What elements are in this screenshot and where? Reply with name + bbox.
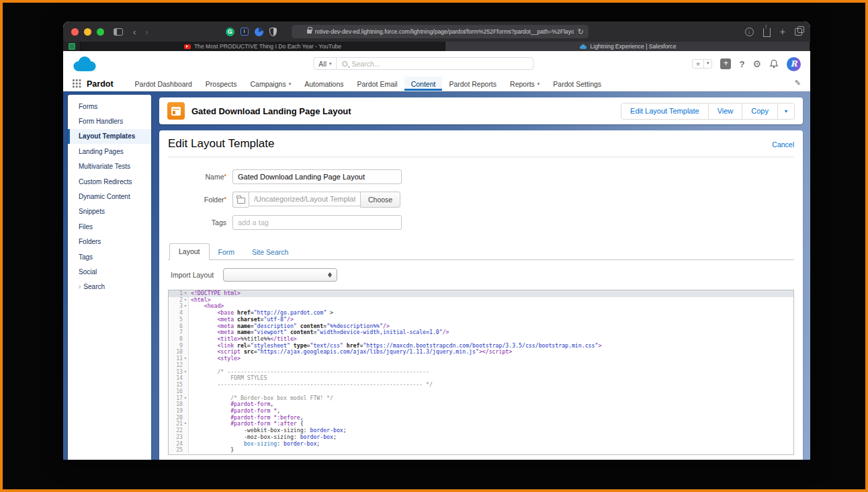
- chevron-down-icon[interactable]: ▾: [703, 60, 712, 68]
- folder-input[interactable]: [249, 192, 360, 206]
- fold-caret-icon[interactable]: ▾: [183, 303, 188, 310]
- sidebar-item-forms[interactable]: Forms: [68, 99, 151, 114]
- nav-item-campaigns[interactable]: Campaigns▾: [244, 77, 298, 91]
- record-actions-dropdown-button[interactable]: ▾: [777, 103, 795, 120]
- sidebar-item-layout-templates[interactable]: Layout Templates: [68, 129, 151, 144]
- code-line[interactable]: 21▾ #pardot-form *:after {: [169, 421, 793, 427]
- code-line[interactable]: 10 <script src="https://ajax.googleapis.…: [169, 349, 793, 356]
- grammarly-extension-icon[interactable]: G: [226, 28, 234, 36]
- code-line[interactable]: 24 box-sizing: border-box;: [169, 441, 793, 448]
- nav-item-content[interactable]: Content: [404, 77, 443, 91]
- star-icon[interactable]: ★: [693, 60, 703, 68]
- url-bar[interactable]: rotive-dev-dev-ed.lightning.force.com/li…: [292, 25, 589, 38]
- tab-site-search[interactable]: Site Search: [243, 245, 297, 260]
- refresh-icon[interactable]: ↻: [578, 28, 584, 36]
- code-line[interactable]: 11▾ <style>: [169, 356, 793, 362]
- pencil-icon[interactable]: ✎: [795, 79, 801, 87]
- new-tab-icon[interactable]: +: [780, 26, 785, 37]
- code-line[interactable]: 4 <base href="http://go.pardot.com" >: [169, 310, 793, 317]
- code-line[interactable]: 25 }: [169, 447, 793, 454]
- code-line[interactable]: 20 #pardot-form *:before,: [169, 415, 793, 421]
- window-close-button[interactable]: [71, 28, 79, 36]
- app-launcher-icon[interactable]: [73, 79, 81, 88]
- tab-overview-icon[interactable]: [795, 28, 802, 36]
- window-zoom-button[interactable]: [97, 28, 104, 36]
- help-icon[interactable]: ?: [739, 59, 744, 69]
- forward-icon[interactable]: ›: [145, 28, 148, 36]
- code-line[interactable]: 23 -moz-box-sizing: border-box;: [169, 434, 793, 441]
- sidebar-item-multivariate-tests[interactable]: Multivariate Tests: [68, 159, 151, 174]
- code-line[interactable]: 2▾<html>: [169, 297, 793, 304]
- sidebar-item-snippets[interactable]: Snippets: [68, 204, 151, 219]
- code-line[interactable]: 8 <title>%%title%%</title>: [169, 336, 793, 343]
- gear-icon[interactable]: ⚙: [752, 59, 761, 69]
- fold-caret-icon[interactable]: ▾: [183, 290, 188, 297]
- avatar[interactable]: R: [787, 57, 801, 71]
- nav-item-pardot-dashboard[interactable]: Pardot Dashboard: [128, 77, 199, 91]
- code-line[interactable]: 6 <meta name="description" content="%%de…: [169, 323, 793, 330]
- sidebar-item-form-handlers[interactable]: Form Handlers: [68, 114, 151, 128]
- code-line[interactable]: 14 FORM STYLES: [169, 375, 793, 382]
- cancel-link[interactable]: Cancel: [772, 140, 794, 149]
- view-button[interactable]: View: [708, 103, 743, 120]
- share-icon[interactable]: [763, 28, 771, 37]
- nav-item-pardot-email[interactable]: Pardot Email: [351, 77, 404, 91]
- fold-caret-icon[interactable]: ▾: [183, 369, 188, 376]
- code-line[interactable]: 22 -webkit-box-sizing: border-box;: [169, 427, 793, 434]
- sidebar-item-dynamic-content[interactable]: Dynamic Content: [68, 189, 151, 204]
- edit-layout-template-button[interactable]: Edit Layout Template: [621, 103, 709, 120]
- import-layout-select[interactable]: [223, 268, 337, 282]
- fold-caret-icon[interactable]: ▾: [183, 421, 188, 427]
- window-minimize-button[interactable]: [84, 28, 91, 36]
- downloads-icon[interactable]: ↓: [745, 28, 754, 36]
- nav-item-pardot-settings[interactable]: Pardot Settings: [546, 77, 608, 91]
- app-name[interactable]: Pardot: [87, 77, 114, 91]
- tab-salesforce[interactable]: Lightning Experience | Salesforce: [445, 42, 810, 51]
- nav-item-reports[interactable]: Reports▾: [503, 77, 546, 91]
- sidebar-item-landing-pages[interactable]: Landing Pages: [68, 144, 151, 159]
- code-editor[interactable]: 1▾<!DOCTYPE html>2▾<html>3▾ <head>4 <bas…: [168, 290, 794, 455]
- name-input[interactable]: [232, 169, 402, 184]
- code-line[interactable]: 18 #pardot-form,: [169, 401, 793, 408]
- code-line[interactable]: 5 <meta charset="utf-8"/>: [169, 317, 793, 323]
- code-line[interactable]: 12: [169, 362, 793, 369]
- fold-caret-icon[interactable]: ▾: [183, 297, 188, 304]
- sidebar-item-files[interactable]: Files: [68, 219, 151, 234]
- back-icon[interactable]: ‹: [133, 28, 136, 36]
- code-line[interactable]: 9 <link rel="stylesheet" type="text/css"…: [169, 343, 793, 350]
- code-line[interactable]: 17▾ /* Border-box box model FTW! */: [169, 395, 793, 402]
- code-line[interactable]: 15 -------------------------------------…: [169, 382, 793, 388]
- code-line[interactable]: 13▾ /* ---------------------------------…: [169, 369, 793, 376]
- sidebar-item-folders[interactable]: Folders: [68, 235, 151, 249]
- sidebar-item-tags[interactable]: Tags: [68, 249, 151, 264]
- nav-item-pardot-reports[interactable]: Pardot Reports: [442, 77, 503, 91]
- tab-layout[interactable]: Layout: [169, 243, 210, 260]
- fold-caret-icon[interactable]: ▾: [183, 356, 188, 362]
- tags-input[interactable]: [232, 215, 402, 230]
- code-line[interactable]: 7 <meta name="viewport" content="width=d…: [169, 329, 793, 336]
- nav-item-automations[interactable]: Automations: [298, 77, 350, 91]
- password-extension-icon[interactable]: I: [241, 28, 249, 36]
- globe-extension-icon[interactable]: [255, 28, 263, 36]
- favorites-control[interactable]: ★ ▾: [692, 59, 713, 69]
- choose-folder-button[interactable]: Choose: [360, 192, 400, 208]
- bell-icon[interactable]: [769, 59, 779, 69]
- search-scope[interactable]: All ▾: [314, 58, 337, 69]
- code-line[interactable]: 3▾ <head>: [169, 303, 793, 310]
- copy-button[interactable]: Copy: [742, 103, 778, 120]
- pinned-tab[interactable]: [63, 42, 81, 51]
- fold-caret-icon[interactable]: ▾: [183, 395, 188, 402]
- tab-youtube[interactable]: The Most PRODUCTIVE Thing I Do Each Year…: [81, 42, 445, 51]
- sidebar-toggle-icon[interactable]: [114, 28, 123, 36]
- code-line[interactable]: 1▾<!DOCTYPE html>: [169, 290, 793, 297]
- code-line[interactable]: 19 #pardot-form *,: [169, 408, 793, 415]
- global-search[interactable]: All ▾ Search...: [313, 57, 533, 70]
- sidebar-item-social[interactable]: Social: [68, 264, 151, 279]
- code-line[interactable]: 16: [169, 388, 793, 395]
- shield-extension-icon[interactable]: [269, 28, 277, 36]
- sidebar-item-custom-redirects[interactable]: Custom Redirects: [68, 174, 151, 189]
- tab-form[interactable]: Form: [210, 245, 244, 260]
- global-actions-icon[interactable]: +: [720, 58, 731, 69]
- nav-item-prospects[interactable]: Prospects: [199, 77, 244, 91]
- sidebar-item-search[interactable]: ›Search: [68, 280, 151, 294]
